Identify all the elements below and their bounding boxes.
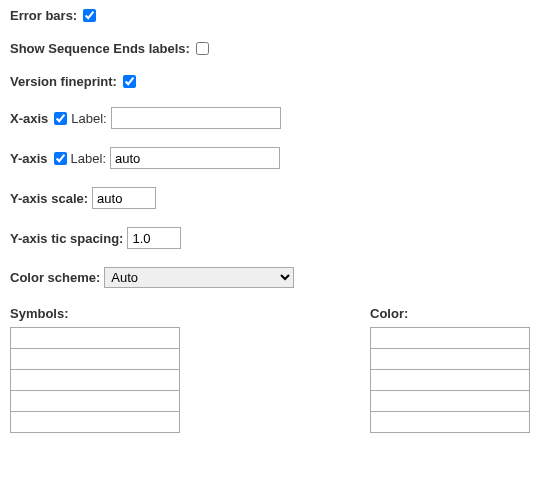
symbols-input[interactable] — [11, 412, 179, 432]
colors-table — [370, 327, 530, 433]
y-axis-scale-row: Y-axis scale: — [10, 187, 539, 209]
error-bars-label: Error bars: — [10, 8, 77, 23]
y-axis-row: Y-axis Label: — [10, 147, 539, 169]
y-axis-scale-label: Y-axis scale: — [10, 191, 88, 206]
colors-column: Color: — [370, 306, 530, 433]
colors-input[interactable] — [371, 412, 529, 432]
sequence-ends-checkbox[interactable] — [196, 42, 209, 55]
symbols-column: Symbols: — [10, 306, 180, 433]
colors-input[interactable] — [371, 328, 529, 348]
version-fineprint-checkbox[interactable] — [123, 75, 136, 88]
y-axis-scale-input[interactable] — [92, 187, 156, 209]
y-axis-sublabel: Label: — [71, 151, 106, 166]
colors-input[interactable] — [371, 370, 529, 390]
error-bars-row: Error bars: — [10, 8, 539, 23]
x-axis-checkbox[interactable] — [54, 112, 67, 125]
y-axis-label: Y-axis — [10, 151, 48, 166]
x-axis-sublabel: Label: — [71, 111, 106, 126]
color-scheme-label: Color scheme: — [10, 270, 100, 285]
x-axis-label-input[interactable] — [111, 107, 281, 129]
symbols-input[interactable] — [11, 391, 179, 411]
colors-input[interactable] — [371, 391, 529, 411]
version-fineprint-label: Version fineprint: — [10, 74, 117, 89]
colors-input[interactable] — [371, 349, 529, 369]
symbols-input[interactable] — [11, 370, 179, 390]
version-fineprint-row: Version fineprint: — [10, 74, 539, 89]
symbols-input[interactable] — [11, 349, 179, 369]
sequence-ends-label: Show Sequence Ends labels: — [10, 41, 190, 56]
colors-header: Color: — [370, 306, 530, 321]
x-axis-label: X-axis — [10, 111, 48, 126]
x-axis-row: X-axis Label: — [10, 107, 539, 129]
y-axis-label-input[interactable] — [110, 147, 280, 169]
y-axis-checkbox[interactable] — [54, 152, 67, 165]
sequence-ends-row: Show Sequence Ends labels: — [10, 41, 539, 56]
y-axis-tic-label: Y-axis tic spacing: — [10, 231, 123, 246]
color-scheme-select[interactable]: Auto — [104, 267, 294, 288]
symbols-input[interactable] — [11, 328, 179, 348]
y-axis-tic-row: Y-axis tic spacing: — [10, 227, 539, 249]
symbols-header: Symbols: — [10, 306, 180, 321]
y-axis-tic-input[interactable] — [127, 227, 181, 249]
symbols-colors-columns: Symbols: Color: — [10, 306, 539, 433]
color-scheme-row: Color scheme: Auto — [10, 267, 539, 288]
error-bars-checkbox[interactable] — [83, 9, 96, 22]
symbols-table — [10, 327, 180, 433]
